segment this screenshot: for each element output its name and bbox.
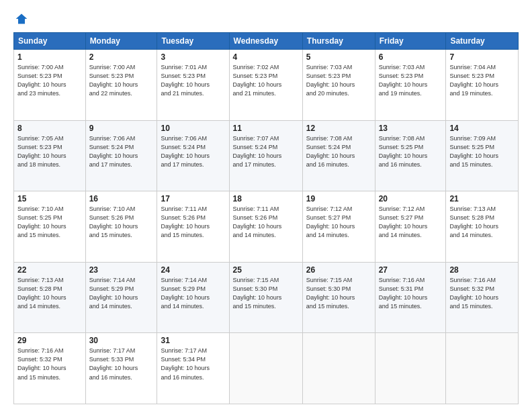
day-number: 21 (449, 194, 515, 203)
calendar-cell: 14Sunrise: 7:09 AM Sunset: 5:25 PM Dayli… (446, 120, 519, 191)
day-info: Sunrise: 7:07 AM Sunset: 5:24 PM Dayligh… (233, 134, 299, 169)
day-number: 16 (89, 194, 154, 203)
calendar-cell: 11Sunrise: 7:07 AM Sunset: 5:24 PM Dayli… (229, 120, 302, 191)
day-info: Sunrise: 7:06 AM Sunset: 5:24 PM Dayligh… (161, 134, 225, 169)
calendar-cell: 4Sunrise: 7:02 AM Sunset: 5:23 PM Daylig… (229, 50, 302, 121)
day-info: Sunrise: 7:10 AM Sunset: 5:26 PM Dayligh… (89, 205, 154, 240)
day-info: Sunrise: 7:17 AM Sunset: 5:34 PM Dayligh… (161, 347, 225, 381)
day-number: 14 (449, 124, 515, 133)
calendar-cell: 15Sunrise: 7:10 AM Sunset: 5:25 PM Dayli… (14, 191, 86, 263)
calendar-week-4: 22Sunrise: 7:13 AM Sunset: 5:28 PM Dayli… (14, 262, 519, 333)
calendar-cell (229, 333, 302, 404)
day-info: Sunrise: 7:00 AM Sunset: 5:23 PM Dayligh… (89, 63, 154, 98)
calendar-week-2: 8Sunrise: 7:05 AM Sunset: 5:23 PM Daylig… (14, 120, 519, 191)
calendar-cell: 10Sunrise: 7:06 AM Sunset: 5:24 PM Dayli… (157, 120, 229, 191)
calendar-cell: 21Sunrise: 7:13 AM Sunset: 5:28 PM Dayli… (446, 191, 519, 263)
day-header-wednesday: Wednesday (229, 33, 302, 50)
day-info: Sunrise: 7:16 AM Sunset: 5:32 PM Dayligh… (449, 276, 515, 311)
calendar-cell: 16Sunrise: 7:10 AM Sunset: 5:26 PM Dayli… (85, 191, 157, 263)
day-number: 6 (379, 52, 443, 62)
day-number: 8 (17, 124, 82, 133)
calendar-cell: 29Sunrise: 7:16 AM Sunset: 5:32 PM Dayli… (14, 333, 86, 404)
day-info: Sunrise: 7:11 AM Sunset: 5:26 PM Dayligh… (233, 205, 299, 240)
day-number: 2 (89, 52, 154, 62)
calendar-cell: 7Sunrise: 7:04 AM Sunset: 5:23 PM Daylig… (446, 50, 519, 121)
calendar-cell: 22Sunrise: 7:13 AM Sunset: 5:28 PM Dayli… (14, 262, 86, 333)
day-info: Sunrise: 7:15 AM Sunset: 5:30 PM Dayligh… (233, 276, 299, 311)
calendar-cell: 18Sunrise: 7:11 AM Sunset: 5:26 PM Dayli… (229, 191, 302, 263)
day-number: 25 (233, 265, 299, 275)
calendar-cell: 5Sunrise: 7:03 AM Sunset: 5:23 PM Daylig… (302, 50, 375, 121)
calendar-cell: 26Sunrise: 7:15 AM Sunset: 5:30 PM Dayli… (302, 262, 375, 333)
day-info: Sunrise: 7:15 AM Sunset: 5:30 PM Dayligh… (306, 276, 371, 311)
day-info: Sunrise: 7:06 AM Sunset: 5:24 PM Dayligh… (89, 134, 154, 169)
calendar-cell: 28Sunrise: 7:16 AM Sunset: 5:32 PM Dayli… (446, 262, 519, 333)
day-number: 3 (161, 52, 225, 62)
day-info: Sunrise: 7:01 AM Sunset: 5:23 PM Dayligh… (161, 63, 225, 98)
calendar-cell: 6Sunrise: 7:03 AM Sunset: 5:23 PM Daylig… (375, 50, 446, 121)
day-number: 19 (306, 194, 371, 203)
day-number: 1 (17, 52, 82, 62)
svg-marker-0 (16, 14, 28, 24)
day-number: 23 (89, 265, 154, 275)
calendar-cell: 3Sunrise: 7:01 AM Sunset: 5:23 PM Daylig… (157, 50, 229, 121)
day-number: 20 (379, 194, 443, 203)
day-info: Sunrise: 7:04 AM Sunset: 5:23 PM Dayligh… (449, 63, 515, 98)
calendar-header-row: SundayMondayTuesdayWednesdayThursdayFrid… (14, 33, 519, 50)
day-info: Sunrise: 7:05 AM Sunset: 5:23 PM Dayligh… (17, 134, 82, 169)
day-info: Sunrise: 7:03 AM Sunset: 5:23 PM Dayligh… (306, 63, 371, 98)
day-header-friday: Friday (375, 33, 446, 50)
logo-icon (15, 12, 28, 26)
calendar-cell: 19Sunrise: 7:12 AM Sunset: 5:27 PM Dayli… (302, 191, 375, 263)
day-info: Sunrise: 7:00 AM Sunset: 5:23 PM Dayligh… (17, 63, 82, 98)
calendar-cell (375, 333, 446, 404)
day-number: 31 (161, 336, 225, 345)
calendar-cell: 13Sunrise: 7:08 AM Sunset: 5:25 PM Dayli… (375, 120, 446, 191)
day-number: 17 (161, 194, 225, 203)
day-number: 27 (379, 265, 443, 275)
day-number: 28 (449, 265, 515, 275)
day-number: 10 (161, 124, 225, 133)
day-header-sunday: Sunday (14, 33, 86, 50)
day-number: 7 (449, 52, 515, 62)
day-info: Sunrise: 7:08 AM Sunset: 5:24 PM Dayligh… (306, 134, 371, 169)
day-info: Sunrise: 7:14 AM Sunset: 5:29 PM Dayligh… (89, 276, 154, 311)
calendar-cell: 31Sunrise: 7:17 AM Sunset: 5:34 PM Dayli… (157, 333, 229, 404)
day-info: Sunrise: 7:10 AM Sunset: 5:25 PM Dayligh… (17, 205, 82, 240)
day-info: Sunrise: 7:17 AM Sunset: 5:33 PM Dayligh… (89, 347, 154, 381)
calendar-cell: 8Sunrise: 7:05 AM Sunset: 5:23 PM Daylig… (14, 120, 86, 191)
calendar-cell: 2Sunrise: 7:00 AM Sunset: 5:23 PM Daylig… (85, 50, 157, 121)
day-number: 9 (89, 124, 154, 133)
day-info: Sunrise: 7:13 AM Sunset: 5:28 PM Dayligh… (449, 205, 515, 240)
day-info: Sunrise: 7:14 AM Sunset: 5:29 PM Dayligh… (161, 276, 225, 311)
day-number: 26 (306, 265, 371, 275)
day-number: 12 (306, 124, 371, 133)
calendar-page: SundayMondayTuesdayWednesdayThursdayFrid… (0, 0, 532, 411)
calendar-cell: 24Sunrise: 7:14 AM Sunset: 5:29 PM Dayli… (157, 262, 229, 333)
day-number: 4 (233, 52, 299, 62)
calendar-cell: 23Sunrise: 7:14 AM Sunset: 5:29 PM Dayli… (85, 262, 157, 333)
day-number: 13 (379, 124, 443, 133)
calendar-cell: 9Sunrise: 7:06 AM Sunset: 5:24 PM Daylig… (85, 120, 157, 191)
calendar-cell: 12Sunrise: 7:08 AM Sunset: 5:24 PM Dayli… (302, 120, 375, 191)
header (13, 12, 519, 26)
day-header-monday: Monday (85, 33, 157, 50)
day-info: Sunrise: 7:08 AM Sunset: 5:25 PM Dayligh… (379, 134, 443, 169)
calendar-cell: 27Sunrise: 7:16 AM Sunset: 5:31 PM Dayli… (375, 262, 446, 333)
day-info: Sunrise: 7:13 AM Sunset: 5:28 PM Dayligh… (17, 276, 82, 311)
day-number: 11 (233, 124, 299, 133)
calendar-cell: 30Sunrise: 7:17 AM Sunset: 5:33 PM Dayli… (85, 333, 157, 404)
calendar-week-1: 1Sunrise: 7:00 AM Sunset: 5:23 PM Daylig… (14, 50, 519, 121)
calendar-week-3: 15Sunrise: 7:10 AM Sunset: 5:25 PM Dayli… (14, 191, 519, 263)
day-number: 5 (306, 52, 371, 62)
calendar-table: SundayMondayTuesdayWednesdayThursdayFrid… (13, 32, 519, 404)
calendar-cell: 20Sunrise: 7:12 AM Sunset: 5:27 PM Dayli… (375, 191, 446, 263)
calendar-cell: 1Sunrise: 7:00 AM Sunset: 5:23 PM Daylig… (14, 50, 86, 121)
day-info: Sunrise: 7:03 AM Sunset: 5:23 PM Dayligh… (379, 63, 443, 98)
calendar-week-5: 29Sunrise: 7:16 AM Sunset: 5:32 PM Dayli… (14, 333, 519, 404)
day-number: 18 (233, 194, 299, 203)
day-info: Sunrise: 7:12 AM Sunset: 5:27 PM Dayligh… (379, 205, 443, 240)
day-info: Sunrise: 7:09 AM Sunset: 5:25 PM Dayligh… (449, 134, 515, 169)
day-number: 15 (17, 194, 82, 203)
calendar-cell: 17Sunrise: 7:11 AM Sunset: 5:26 PM Dayli… (157, 191, 229, 263)
